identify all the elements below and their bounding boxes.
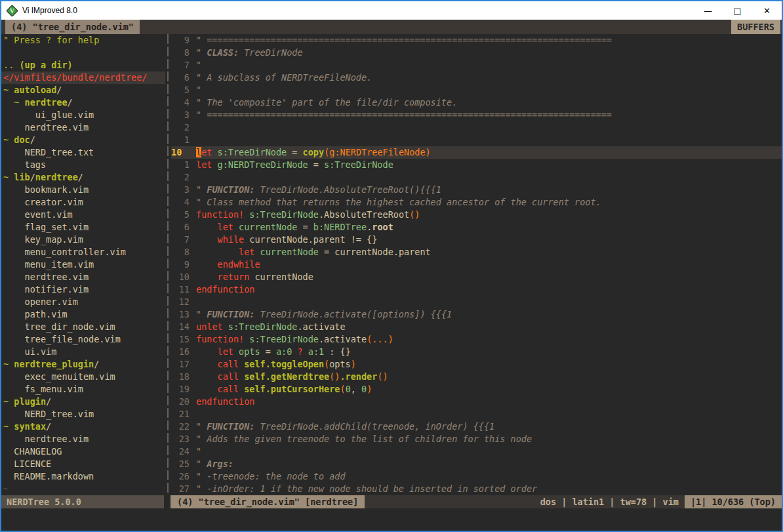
tree-row[interactable]: fs_menu.vim — [1, 383, 165, 396]
maximize-button[interactable]: □ — [723, 1, 752, 20]
code-row[interactable]: 27" -inOrder: 1 if the new node should b… — [171, 483, 782, 495]
tree-row[interactable]: key_map.vim — [1, 234, 165, 246]
tree-row[interactable]: " Press ? for help — [1, 34, 165, 47]
code-row[interactable]: 7" — [171, 59, 782, 72]
code-row[interactable]: 6 let currentNode = b:NERDTree.root — [171, 221, 782, 234]
code-token: </vimfiles/bundle/nerdtree/ — [3, 72, 147, 83]
code-token: g:NERDTreeDirNode — [218, 159, 308, 170]
code-row[interactable]: 26" -treenode: the node to add — [171, 470, 782, 483]
tree-row[interactable]: path.vim — [1, 308, 165, 321]
code-token: / — [78, 172, 83, 182]
code-row-cursor-line[interactable]: 10let s:TreeDirNode = copy(g:NERDTreeFil… — [171, 146, 782, 159]
code-token: " — [196, 421, 207, 432]
tree-row[interactable]: LICENCE — [1, 458, 165, 470]
tree-row[interactable] — [1, 47, 165, 59]
tree-row[interactable]: ~ plugin/ — [1, 396, 165, 408]
code-row[interactable]: 4" Class method that returns the highest… — [171, 196, 782, 209]
tree-row[interactable]: bookmark.vim — [1, 184, 165, 196]
tree-row[interactable]: ~ lib/nerdtree/ — [1, 171, 165, 184]
code-token: creator.vim — [3, 197, 83, 207]
code-row[interactable]: 1 — [171, 134, 782, 146]
code-row[interactable]: 25" Args: — [171, 458, 782, 470]
tree-row-selected-root[interactable]: </vimfiles/bundle/nerdtree/ — [1, 72, 165, 84]
line-number: 11 — [171, 283, 190, 296]
vim-window: V Vi IMproved 8.0 — □ ✕ (4) "tree_dir_no… — [0, 0, 783, 532]
code-token: call — [218, 384, 239, 394]
tree-row[interactable]: nerdtree.vim — [1, 121, 165, 134]
code-row[interactable]: 8 let currentNode = currentNode.parent — [171, 246, 782, 258]
tree-row[interactable]: nerdtree.vim — [1, 271, 165, 283]
code-token: () — [409, 209, 420, 220]
code-row[interactable]: 8" CLASS: TreeDirNode — [171, 47, 782, 59]
code-row[interactable]: 20endfunction — [171, 396, 782, 408]
tree-row[interactable]: CHANGELOG — [1, 445, 165, 458]
code-row[interactable]: 2 — [171, 121, 782, 134]
tree-row[interactable]: creator.vim — [1, 196, 165, 209]
code-row[interactable]: 11endfunction — [171, 283, 782, 296]
code-row[interactable]: 24" — [171, 445, 782, 458]
tree-row[interactable]: ~ nerdtree_plugin/ — [1, 358, 165, 371]
tree-row[interactable]: flag_set.vim — [1, 221, 165, 234]
code-row[interactable]: 2 — [171, 171, 782, 184]
line-number: 19 — [171, 383, 190, 396]
tree-row[interactable]: .. (up a dir) — [1, 59, 165, 72]
line-number: 3 — [171, 109, 190, 121]
tree-row[interactable]: ui_glue.vim — [1, 109, 165, 121]
tree-row[interactable]: event.vim — [1, 209, 165, 221]
code-row[interactable]: 15function! s:TreeDirNode.activate(...) — [171, 333, 782, 346]
tree-row[interactable]: menu_item.vim — [1, 258, 165, 271]
tree-row[interactable]: tree_file_node.vim — [1, 333, 165, 346]
code-row[interactable]: 4" The 'composite' part of the file/dir … — [171, 96, 782, 109]
command-line[interactable] — [1, 508, 782, 531]
code-row[interactable]: 12 — [171, 296, 782, 308]
code-token: = — [260, 346, 276, 357]
code-row[interactable]: 3" =====================================… — [171, 109, 782, 121]
close-button[interactable]: ✕ — [752, 1, 782, 20]
code-token: CLASS: — [207, 47, 244, 58]
code-token: / — [46, 421, 51, 432]
code-token: NERD_tree.vim — [3, 409, 94, 419]
code-row[interactable]: 16 let opts = a:0 ? a:1 : {} — [171, 346, 782, 358]
tree-row[interactable]: opener.vim — [1, 296, 165, 308]
code-row[interactable]: 14unlet s:TreeDirNode.activate — [171, 321, 782, 333]
code-row[interactable]: 18 call self.getNerdtree().render() — [171, 371, 782, 383]
code-row[interactable]: 9 endwhile — [171, 258, 782, 271]
code-token: return — [218, 272, 250, 282]
code-row[interactable]: 5function! s:TreeDirNode.AbsoluteTreeRoo… — [171, 209, 782, 221]
code-row[interactable]: 9" =====================================… — [171, 34, 782, 47]
tree-row[interactable]: nerdtree.vim — [1, 433, 165, 445]
buffers-label: BUFFERS — [731, 20, 780, 34]
code-row[interactable]: 6" A subclass of NERDTreeFileNode. — [171, 72, 782, 84]
code-row[interactable]: 10 return currentNode — [171, 271, 782, 283]
tree-row[interactable]: ~ syntax/ — [1, 420, 165, 433]
code-token: / — [46, 396, 51, 407]
code-row[interactable]: 19 call self.putCursorHere(0, 0) — [171, 383, 782, 396]
code-row[interactable]: 23" Adds the given treenode to the list … — [171, 433, 782, 445]
tree-row[interactable]: README.markdown — [1, 470, 165, 483]
code-token: " ======================================… — [196, 110, 612, 120]
code-row[interactable]: 5" — [171, 84, 782, 96]
code-row[interactable]: 1let g:NERDTreeDirNode = s:TreeDirNode — [171, 159, 782, 171]
code-row[interactable]: 17 call self.toggleOpen(opts) — [171, 358, 782, 371]
tree-row[interactable]: menu_controller.vim — [1, 246, 165, 258]
tab-tree-dir-node[interactable]: (4) "tree_dir_node.vim" — [5, 20, 140, 34]
vertical-split-separator[interactable] — [165, 34, 171, 495]
tree-row[interactable]: NERD_tree.vim — [1, 408, 165, 420]
tree-row[interactable]: notifier.vim — [1, 283, 165, 296]
tree-row[interactable]: exec_menuitem.vim — [1, 371, 165, 383]
code-row[interactable]: 21 — [171, 408, 782, 420]
tree-row[interactable]: NERD_tree.txt — [1, 146, 165, 159]
tree-row[interactable]: tree_dir_node.vim — [1, 321, 165, 333]
tree-row[interactable]: ~ — [1, 483, 165, 495]
minimize-button[interactable]: — — [693, 1, 723, 20]
code-row[interactable]: 13" FUNCTION: TreeDirNode.activate([opti… — [171, 308, 782, 321]
code-row[interactable]: 22" FUNCTION: TreeDirNode.addChild(treen… — [171, 420, 782, 433]
tree-row[interactable]: tags — [1, 159, 165, 171]
tree-row[interactable]: ui.vim — [1, 346, 165, 358]
code-row[interactable]: 3" FUNCTION: TreeDirNode.AbsoluteTreeRoo… — [171, 184, 782, 196]
code-row[interactable]: 7 while currentNode.parent != {} — [171, 234, 782, 246]
tree-row[interactable]: ~ autoload/ — [1, 84, 165, 96]
tree-row[interactable]: ~ doc/ — [1, 134, 165, 146]
code-token: .AbsoluteTreeRoot — [319, 209, 409, 220]
tree-row[interactable]: ~ nerdtree/ — [1, 96, 165, 109]
